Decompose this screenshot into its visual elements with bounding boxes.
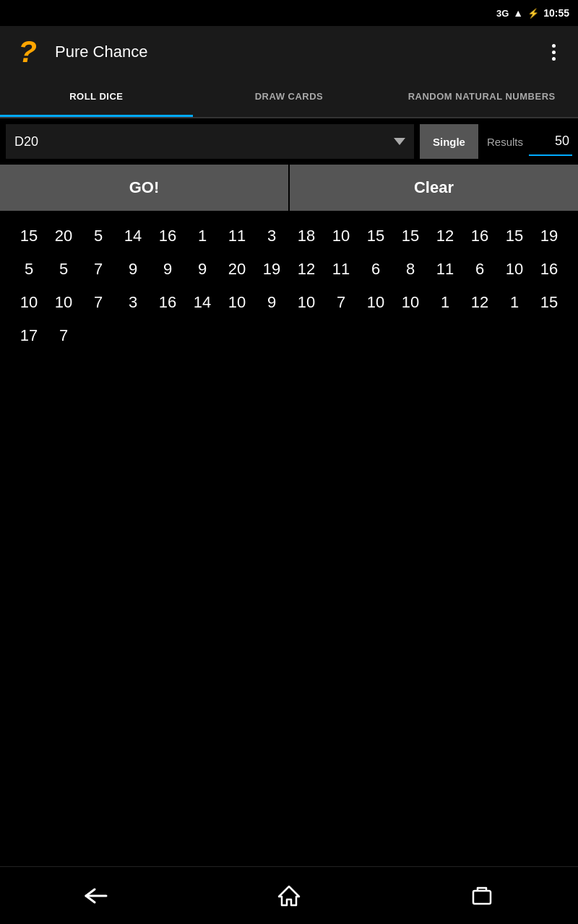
tab-draw-cards[interactable]: DRAW CARDS [193, 78, 386, 117]
dice-result-number: 16 [462, 219, 497, 253]
overflow-menu-button[interactable] [540, 39, 566, 65]
dice-result-number: 11 [324, 253, 358, 286]
dice-result-number: 11 [428, 253, 462, 286]
dice-result-number: 8 [393, 253, 428, 286]
dice-result-number: 10 [12, 286, 46, 319]
dice-result-number: 20 [220, 253, 254, 286]
dice-result-number: 10 [220, 286, 254, 319]
signal-bars-icon: ▲ [513, 7, 523, 19]
dice-result-number: 9 [150, 253, 185, 286]
dice-type-label: D20 [14, 134, 394, 149]
dice-result-number: 10 [358, 286, 393, 319]
dice-result-number: 6 [358, 253, 393, 286]
home-button[interactable] [272, 881, 306, 910]
dice-result-number: 10 [324, 219, 358, 253]
app-bar: ? Pure Chance [0, 26, 578, 78]
more-vert-icon [552, 44, 556, 61]
dice-result-number: 3 [254, 219, 289, 253]
svg-marker-1 [279, 886, 299, 905]
dice-result-number: 12 [428, 219, 462, 253]
dice-result-number: 19 [254, 253, 289, 286]
dice-result-number: 9 [185, 253, 220, 286]
results-area: 1520514161113181015151216151955799920191… [0, 211, 578, 361]
dice-result-number: 11 [220, 219, 254, 253]
bottom-nav [0, 866, 578, 924]
dice-result-number: 1 [428, 286, 462, 319]
clock: 10:55 [543, 7, 569, 19]
dice-result-number: 19 [532, 219, 566, 253]
dice-result-number: 16 [150, 286, 185, 319]
logo-icon: ? [18, 37, 37, 67]
tabs: ROLL DICE DRAW CARDS RANDOM NATURAL NUMB… [0, 78, 578, 118]
action-buttons: GO! Clear [0, 165, 578, 211]
dice-result-number: 7 [81, 253, 116, 286]
dice-result-number: 16 [150, 219, 185, 253]
dice-result-number: 12 [289, 253, 324, 286]
dice-result-number: 10 [497, 253, 532, 286]
home-icon [277, 885, 301, 907]
dice-result-number: 10 [393, 286, 428, 319]
dice-result-number: 20 [46, 219, 81, 253]
recents-button[interactable] [465, 881, 499, 910]
dice-result-number: 15 [393, 219, 428, 253]
recents-icon [471, 886, 493, 905]
mode-single-button[interactable]: Single [420, 124, 478, 159]
dice-result-number: 10 [289, 286, 324, 319]
battery-icon: ⚡ [527, 8, 539, 19]
dice-type-selector[interactable]: D20 [6, 124, 414, 159]
dice-result-number: 12 [462, 286, 497, 319]
results-count-input[interactable] [529, 127, 572, 156]
dice-result-number: 1 [497, 286, 532, 319]
back-button[interactable] [79, 881, 113, 910]
app-title: Pure Chance [55, 43, 529, 61]
dice-result-number: 15 [497, 219, 532, 253]
dice-result-number: 7 [81, 286, 116, 319]
dice-result-number: 14 [185, 286, 220, 319]
dice-result-number: 17 [12, 319, 46, 352]
dice-result-number: 6 [462, 253, 497, 286]
dice-result-number: 9 [116, 253, 150, 286]
dice-results-grid: 1520514161113181015151216151955799920191… [12, 219, 566, 352]
tab-random-numbers[interactable]: RANDOM NATURAL NUMBERS [385, 78, 578, 117]
dice-result-number: 10 [46, 286, 81, 319]
go-button[interactable]: GO! [0, 165, 288, 211]
dice-result-number: 14 [116, 219, 150, 253]
signal-icon: 3G [496, 8, 509, 19]
dice-result-number: 18 [289, 219, 324, 253]
dice-result-number: 16 [532, 253, 566, 286]
svg-rect-2 [473, 891, 491, 904]
dice-result-number: 9 [254, 286, 289, 319]
dice-result-number: 7 [46, 319, 81, 352]
dice-result-number: 15 [12, 219, 46, 253]
app-logo: ? [12, 36, 43, 68]
status-bar: 3G ▲ ⚡ 10:55 [0, 0, 578, 26]
dice-result-number: 3 [116, 286, 150, 319]
dice-result-number: 15 [532, 286, 566, 319]
dice-result-number: 5 [81, 219, 116, 253]
dice-result-number: 1 [185, 219, 220, 253]
tab-roll-dice[interactable]: ROLL DICE [0, 78, 193, 117]
back-arrow-icon [85, 888, 108, 904]
controls-row: D20 Single Results [0, 118, 578, 165]
results-label: Results [487, 136, 523, 148]
dice-result-number: 5 [12, 253, 46, 286]
clear-button[interactable]: Clear [290, 165, 578, 211]
dropdown-arrow-icon [394, 138, 405, 145]
dice-result-number: 5 [46, 253, 81, 286]
dice-result-number: 15 [358, 219, 393, 253]
dice-result-number: 7 [324, 286, 358, 319]
